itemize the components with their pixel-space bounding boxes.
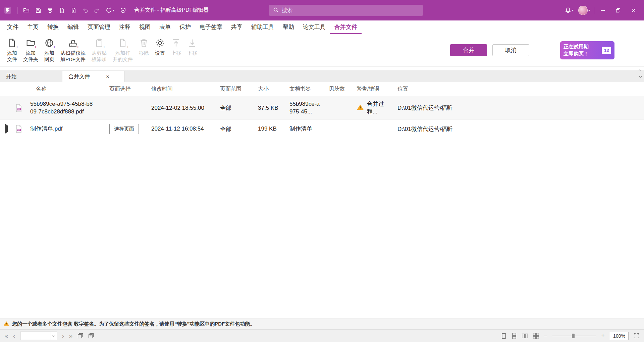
col-header-modified[interactable]: 修改时间 (151, 86, 220, 93)
print-icon[interactable] (47, 7, 53, 13)
col-header-name[interactable]: 名称 (30, 86, 109, 93)
gear-icon (155, 38, 165, 48)
expand-cell[interactable] (0, 126, 11, 132)
user-avatar[interactable]: ▾ (578, 6, 590, 15)
undo-icon[interactable] (82, 7, 88, 13)
restore-button[interactable] (610, 0, 626, 20)
col-header-bates[interactable]: 贝茨数 (329, 86, 357, 93)
col-header-page-range[interactable]: 页面范围 (220, 86, 258, 93)
menu-tab-convert[interactable]: 转换 (43, 20, 63, 34)
menu-tab-form[interactable]: 表单 (155, 20, 175, 34)
menu-tab-paper-tools[interactable]: 论文工具 (299, 20, 330, 34)
menu-tab-share[interactable]: 共享 (227, 20, 247, 34)
zoom-slider-thumb[interactable] (572, 334, 575, 338)
menu-tab-merge-files[interactable]: 合并文件 (330, 20, 362, 34)
minimize-button[interactable] (595, 0, 610, 20)
menu-tab-esign[interactable]: 电子签章 (195, 20, 227, 34)
tab-list-dropdown-icon[interactable] (639, 71, 642, 83)
next-page-button[interactable]: › (62, 333, 64, 339)
sync-account-icon[interactable]: ▾ (106, 7, 114, 13)
facing-view-button[interactable] (522, 333, 528, 339)
warning-icon (3, 321, 9, 327)
trial-days-badge: 12 (602, 47, 611, 54)
add-folder-icon: + (26, 38, 36, 48)
menu-tab-edit[interactable]: 编辑 (63, 20, 83, 34)
file-location: D:\01微信代运营\福昕 (397, 104, 644, 112)
search-input[interactable] (282, 7, 419, 13)
trial-buy-banner[interactable]: 正在试用期 立即购买！ 12 (560, 41, 614, 59)
zoom-in-button[interactable]: + (601, 333, 605, 339)
warning-cell[interactable]: 合并过程... (357, 100, 397, 116)
close-button[interactable] (626, 0, 641, 20)
app-window: ▾ 合并文件 - 福昕高级PDF编辑器 ▾ ▾ (0, 0, 644, 342)
open-file-icon[interactable] (23, 7, 30, 13)
zoom-slider[interactable] (552, 336, 596, 336)
menu-tab-accessibility[interactable]: 辅助工具 (247, 20, 278, 34)
snapshot-icon[interactable] (77, 333, 83, 339)
menu-tab-protect[interactable]: 保护 (175, 20, 195, 34)
file-size: 199 KB (258, 126, 289, 132)
cancel-button[interactable]: 取消 (492, 44, 529, 56)
settings-button[interactable]: 设置 (152, 36, 168, 58)
add-from-scanner-button[interactable]: + 从扫描仪添 加PDF文件 (57, 36, 89, 65)
button-label: 设置 (155, 50, 165, 56)
move-up-button: 上移 (168, 36, 184, 58)
menu-tab-organize[interactable]: 页面管理 (83, 20, 115, 34)
book-view-button[interactable] (533, 333, 539, 339)
file-name: 制作清单.pdf (30, 123, 99, 136)
export-pdf-icon[interactable] (59, 7, 65, 13)
menu-tab-comment[interactable]: 注释 (115, 20, 135, 34)
zoom-out-button[interactable]: − (544, 333, 548, 339)
trust-shield-icon[interactable] (120, 7, 126, 13)
page-number-input[interactable] (20, 332, 51, 340)
col-header-page-select[interactable]: 页面选择 (109, 86, 151, 93)
add-folder-button[interactable]: + 添加 文件夹 (20, 36, 41, 65)
save-icon[interactable] (35, 7, 41, 13)
svg-text:PDF: PDF (17, 129, 20, 131)
merge-button[interactable]: 合并 (450, 44, 487, 56)
close-tab-icon[interactable]: × (106, 74, 109, 80)
statusbar: 您的一个或者多个文件包含 数字签名。为了保留这些文件的签名，请使用“转换”功能区… (0, 319, 644, 329)
scanner-icon: + (68, 38, 78, 48)
doc-tab-start[interactable]: 开始 (0, 71, 62, 82)
menu-tab-home[interactable]: 主页 (23, 20, 43, 34)
redo-icon[interactable] (94, 7, 100, 13)
search-box[interactable] (269, 5, 423, 16)
menu-tab-help[interactable]: 帮助 (278, 20, 299, 34)
notifications-bell-icon[interactable]: ▾ (565, 7, 574, 13)
menu-tab-view[interactable]: 视图 (135, 20, 155, 34)
add-webpage-button[interactable]: + 添加 网页 (41, 36, 57, 65)
add-files-button[interactable]: + 添加 文件 (4, 36, 20, 65)
clipboard-icon: + (94, 38, 104, 48)
move-down-icon (187, 38, 197, 48)
titlebar-separator (17, 7, 17, 14)
expand-row-icon[interactable] (5, 124, 8, 134)
open-document-icon: + (118, 38, 128, 48)
menu-tab-file[interactable]: 文件 (3, 20, 23, 34)
col-header-size[interactable]: 大小 (258, 86, 289, 93)
trial-text: 正在试用期 立即购买！ (564, 43, 589, 57)
continuous-view-button[interactable] (512, 333, 517, 339)
copy-page-icon[interactable] (88, 333, 94, 339)
last-page-button[interactable]: » (69, 333, 72, 339)
col-header-warnings[interactable]: 警告/错误 (357, 86, 397, 93)
table-row[interactable]: PDF 制作清单.pdf 选择页面 2024-11-12 16:08:54 全部… (0, 120, 644, 138)
doc-tab-merge-files[interactable]: 合并文件 × (62, 71, 125, 82)
previous-page-button[interactable]: ‹ (13, 333, 15, 339)
fullscreen-button[interactable] (634, 333, 639, 339)
choose-pages-button[interactable]: 选择页面 (109, 124, 139, 134)
col-header-location[interactable]: 位置 (397, 86, 644, 93)
col-header-bookmarks[interactable]: 文档书签 (289, 86, 329, 93)
first-page-button[interactable]: « (5, 333, 8, 339)
button-label: 从扫描仪添 加PDF文件 (60, 50, 86, 63)
bookmark: 制作清单 (289, 125, 325, 133)
modified-time: 2024-11-12 16:08:54 (151, 126, 220, 132)
create-pdf-icon[interactable] (70, 7, 76, 13)
zoom-level-box[interactable]: 100% (610, 332, 629, 340)
single-page-view-button[interactable] (501, 333, 506, 339)
chevron-down-icon[interactable] (51, 332, 57, 340)
page-number-combo[interactable] (20, 332, 57, 340)
foxit-logo (4, 7, 11, 14)
table-row[interactable]: PDF 55b989ce-a975-45b8-b809-7c8cb28df888… (0, 96, 644, 120)
button-label: 添加打 开的文件 (113, 50, 133, 63)
